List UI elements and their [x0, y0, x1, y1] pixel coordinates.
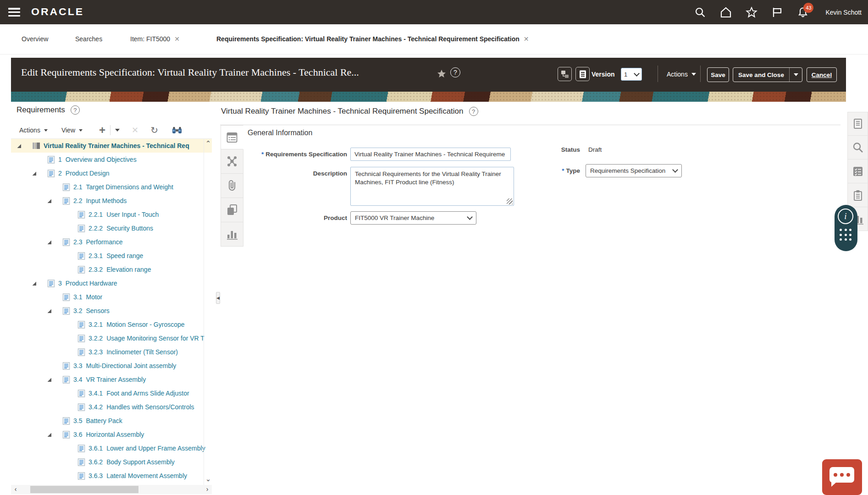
favorites-star-icon[interactable]	[746, 6, 757, 18]
details-document-icon[interactable]	[847, 112, 868, 136]
scrollbar-thumb[interactable]	[30, 486, 138, 493]
save-button[interactable]: Save	[707, 67, 729, 82]
version-select[interactable]: 1	[621, 68, 642, 81]
chat-assistant-button[interactable]	[822, 459, 862, 495]
tree-item[interactable]: 2.2Input Methods	[11, 194, 212, 208]
refresh-icon[interactable]: ↻	[150, 125, 158, 136]
add-requirement-button[interactable]: +	[99, 126, 105, 135]
textarea-resize-handle[interactable]	[507, 198, 513, 204]
find-binoculars-icon[interactable]	[172, 126, 182, 134]
attachments-tab[interactable]	[221, 174, 243, 198]
tree-actions-menu[interactable]: Actions	[19, 126, 48, 134]
requirements-specification-input[interactable]	[350, 148, 511, 161]
tree-item[interactable]: 3.4.2Handles with Sensors/Controls	[11, 400, 212, 414]
chevron-down-icon	[634, 71, 640, 77]
navigation-menu-icon[interactable]	[8, 8, 20, 16]
tab-requirements-specification[interactable]: Requirements Specification: Virtual Real…	[216, 35, 529, 43]
tree-item[interactable]: 2.2.1User Input - Touch	[11, 208, 212, 221]
tree-item[interactable]: 2.3Performance	[11, 235, 212, 249]
tree-item[interactable]: 3.6Horizontal Assembly	[11, 428, 212, 441]
panel-collapse-handle[interactable]: ◀	[216, 292, 220, 304]
expand-collapse-arrow-icon[interactable]	[16, 143, 32, 148]
expand-collapse-arrow-icon[interactable]	[46, 198, 62, 204]
current-user-name[interactable]: Kevin Schott	[825, 9, 862, 16]
expand-collapse-arrow-icon[interactable]	[46, 308, 62, 314]
save-and-close-split-button[interactable]: Save and Close	[733, 67, 802, 82]
cancel-button[interactable]: Cancel	[807, 67, 837, 82]
scroll-left-icon[interactable]: ‹	[12, 485, 19, 494]
notifications-bell-icon[interactable]: 43	[797, 6, 809, 18]
description-textarea[interactable]: Technical Requirements for the Virtual R…	[350, 167, 514, 206]
page-title: Edit Requirements Specification: Virtual…	[21, 66, 359, 78]
tree-horizontal-scrollbar[interactable]: ‹ ›	[11, 485, 212, 494]
tree-item[interactable]: 3.3Multi-Directional Joint assembly	[11, 359, 212, 373]
save-menu-arrow-button[interactable]	[790, 73, 802, 76]
side-by-side-view-button[interactable]	[558, 67, 572, 81]
delete-requirement-button[interactable]: ✕	[132, 125, 138, 135]
metrics-chart-tab[interactable]	[221, 222, 243, 247]
tree-item-label: Product Hardware	[66, 280, 117, 287]
help-launcher-widget[interactable]: i	[835, 205, 857, 251]
actions-menu-button[interactable]: Actions	[667, 71, 696, 78]
home-icon[interactable]	[720, 6, 732, 18]
tree-item[interactable]: 2.3.1Speed range	[11, 249, 212, 263]
tree-item[interactable]: 3.1Motor	[11, 290, 212, 304]
requirement-doc-icon	[62, 238, 70, 246]
tree-item[interactable]: 2Product Design	[11, 166, 212, 180]
tree-item[interactable]: 3.2Sensors	[11, 304, 212, 318]
clipboard-icon[interactable]	[847, 183, 868, 207]
scroll-up-icon[interactable]: ⌃	[205, 140, 212, 148]
tree-item[interactable]: Virtual Reality Trainer Machines - Techn…	[11, 139, 212, 153]
checklist-icon[interactable]	[847, 160, 868, 183]
specification-title: Virtual Reality Trainer Machines - Techn…	[221, 107, 464, 116]
tree-item[interactable]: 3.4VR Trainer Assembly	[11, 373, 212, 386]
app-grid-icon[interactable]	[840, 229, 852, 242]
expand-collapse-arrow-icon[interactable]	[46, 377, 62, 382]
page-help-icon[interactable]: ?	[450, 67, 460, 77]
general-information-tab[interactable]	[221, 125, 243, 149]
expand-collapse-arrow-icon[interactable]	[31, 281, 47, 286]
tree-item[interactable]: 2.2.2Security Buttons	[11, 221, 212, 235]
tree-item[interactable]: 3.4.1Foot and Arms Slide Adjustor	[11, 386, 212, 400]
tab-close-icon[interactable]: ✕	[524, 35, 529, 43]
flag-icon[interactable]	[771, 6, 783, 18]
expand-collapse-arrow-icon[interactable]	[31, 171, 47, 176]
tree-vertical-scrollbar[interactable]: ⌃ ⌄	[204, 138, 212, 485]
chevron-down-icon	[467, 214, 473, 220]
list-view-button[interactable]	[575, 67, 590, 81]
tab-overview[interactable]: Overview	[22, 35, 48, 43]
tree-item[interactable]: 3Product Hardware	[11, 276, 212, 290]
tree-item[interactable]: 3.6.2Body Support Assembly	[11, 455, 212, 469]
tree-view-menu[interactable]: View	[61, 126, 83, 134]
tree-item[interactable]: 3.2.1Motion Sensor - Gyroscope	[11, 318, 212, 331]
search-icon[interactable]	[694, 6, 706, 18]
type-select[interactable]: Requirements Specification	[586, 164, 682, 177]
tab-searches[interactable]: Searches	[75, 35, 102, 43]
requirements-help-icon[interactable]: ?	[71, 105, 80, 115]
tree-item[interactable]: 3.2.3Inclinometer (Tilt Sensor)	[11, 345, 212, 359]
product-select[interactable]: FIT5000 VR Trainer Machine	[350, 211, 476, 225]
tree-item[interactable]: 2.1Target Dimensions and Weight	[11, 180, 212, 194]
tree-item-label: Horizontal Assembly	[86, 431, 144, 438]
expand-collapse-arrow-icon[interactable]	[46, 240, 62, 245]
search-panel-icon[interactable]	[847, 136, 868, 160]
specification-help-icon[interactable]: ?	[469, 107, 478, 116]
add-menu-arrow[interactable]	[115, 129, 120, 132]
scroll-down-icon[interactable]: ⌄	[205, 476, 212, 483]
expand-collapse-arrow-icon[interactable]	[46, 432, 62, 437]
scroll-right-icon[interactable]: ›	[204, 485, 211, 494]
tree-item[interactable]: 3.6.3Lateral Movement Assembly	[11, 469, 212, 483]
tree-item-number: 3.4.2	[88, 403, 103, 411]
requirement-doc-icon	[47, 170, 55, 177]
tree-item[interactable]: 2.3.2Elevation range	[11, 263, 212, 276]
tree-item[interactable]: 3.5Battery Pack	[11, 414, 212, 428]
status-value: Draft	[588, 146, 602, 153]
favorite-star-icon[interactable]	[437, 69, 447, 79]
tree-item-label: User Input - Touch	[106, 211, 159, 218]
tab-close-icon[interactable]: ✕	[174, 35, 180, 43]
tree-item[interactable]: 3.6.1Lower and Upper Frame Assembly	[11, 441, 212, 455]
info-icon[interactable]: i	[838, 209, 853, 224]
tree-item[interactable]: 1Overview and Objectives	[11, 153, 212, 166]
tree-item[interactable]: 3.2.2Usage Monitoring Sensor for VR T	[11, 331, 212, 345]
tab-item-fit5000[interactable]: Item: FIT5000 ✕	[130, 35, 180, 43]
